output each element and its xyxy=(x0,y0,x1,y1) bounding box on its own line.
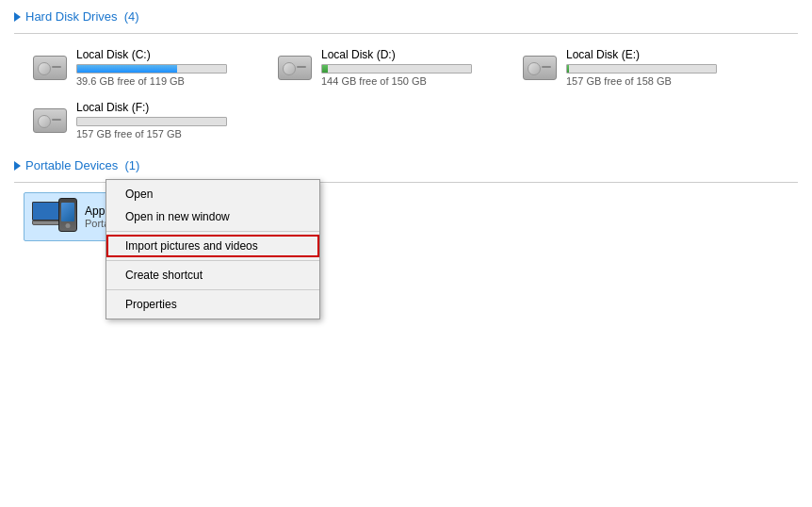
hdd-body-f xyxy=(33,108,67,133)
portable-title-text: Portable Devices xyxy=(25,158,118,172)
progress-fill-c xyxy=(77,65,177,73)
hdd-divider xyxy=(14,33,798,34)
context-menu-separator-3 xyxy=(106,289,319,290)
hard-disk-title: Hard Disk Drives (4) xyxy=(25,9,139,24)
drive-item-c[interactable]: Local Disk (C:) 39.6 GB free of 119 GB xyxy=(24,43,250,91)
context-menu-separator-2 xyxy=(106,260,319,261)
laptop-screen xyxy=(32,202,60,221)
hard-disk-section-header[interactable]: Hard Disk Drives (4) xyxy=(14,9,798,24)
context-menu-create-shortcut[interactable]: Create shortcut xyxy=(106,264,319,286)
collapse-triangle-portable xyxy=(14,161,21,171)
progress-fill-d xyxy=(322,65,328,73)
collapse-triangle-hdd xyxy=(14,12,21,22)
context-menu-separator-1 xyxy=(106,231,319,232)
drive-icon-f xyxy=(31,106,69,136)
progress-bar-c xyxy=(76,64,227,74)
portable-title: Portable Devices (1) xyxy=(25,158,139,172)
drives-grid: Local Disk (C:) 39.6 GB free of 119 GB L… xyxy=(14,43,798,144)
drive-item-d[interactable]: Local Disk (D:) 144 GB free of 150 GB xyxy=(268,43,495,91)
iphone-composite-icon xyxy=(32,198,77,236)
context-menu-import[interactable]: Import pictures and videos xyxy=(106,235,319,257)
hard-disk-count: (4) xyxy=(124,9,139,24)
drive-space-d: 144 GB free of 150 GB xyxy=(321,75,487,87)
drive-item-row-c: Local Disk (C:) 39.6 GB free of 119 GB xyxy=(31,48,242,87)
iphone-screen xyxy=(61,203,74,221)
context-menu-open[interactable]: Open xyxy=(106,183,319,205)
context-menu-open-new-window[interactable]: Open in new window xyxy=(106,205,319,228)
drive-icon-c xyxy=(31,53,69,83)
drive-space-c: 39.6 GB free of 119 GB xyxy=(76,75,242,87)
drive-item-row-e: Local Disk (E:) 157 GB free of 158 GB xyxy=(521,48,732,87)
hard-disk-title-text: Hard Disk Drives xyxy=(25,9,118,24)
drive-item-row-f: Local Disk (F:) 157 GB free of 157 GB xyxy=(31,101,242,139)
drive-item-row-d: Local Disk (D:) 144 GB free of 150 GB xyxy=(276,48,487,87)
drive-info-d: Local Disk (D:) 144 GB free of 150 GB xyxy=(321,48,487,87)
context-menu: Open Open in new window Import pictures … xyxy=(106,179,320,319)
progress-bar-f xyxy=(76,117,227,126)
drive-name-f: Local Disk (F:) xyxy=(76,101,242,114)
drive-item-f[interactable]: Local Disk (F:) 157 GB free of 157 GB xyxy=(24,96,250,144)
iphone-phone-icon xyxy=(58,198,77,232)
portable-section-header[interactable]: Portable Devices (1) xyxy=(14,158,798,172)
hdd-body-c xyxy=(33,56,67,80)
drive-name-d: Local Disk (D:) xyxy=(321,48,487,61)
hdd-body-d xyxy=(278,56,312,80)
iphone-button xyxy=(66,223,71,228)
drive-space-f: 157 GB free of 157 GB xyxy=(76,128,242,139)
drive-info-f: Local Disk (F:) 157 GB free of 157 GB xyxy=(76,101,242,139)
progress-fill-e xyxy=(567,65,569,73)
drive-name-e: Local Disk (E:) xyxy=(566,48,732,61)
portable-count: (1) xyxy=(125,158,140,172)
progress-bar-e xyxy=(566,64,717,74)
context-menu-properties[interactable]: Properties xyxy=(106,293,319,316)
drive-icon-e xyxy=(521,53,559,83)
drive-info-e: Local Disk (E:) 157 GB free of 158 GB xyxy=(566,48,732,87)
drive-info-c: Local Disk (C:) 39.6 GB free of 119 GB xyxy=(76,48,242,87)
drive-name-c: Local Disk (C:) xyxy=(76,48,242,61)
drive-item-e[interactable]: Local Disk (E:) 157 GB free of 158 GB xyxy=(513,43,739,91)
drive-icon-d xyxy=(276,53,314,83)
drive-space-e: 157 GB free of 158 GB xyxy=(566,75,732,87)
progress-bar-d xyxy=(321,64,472,74)
hdd-body-e xyxy=(523,56,557,80)
